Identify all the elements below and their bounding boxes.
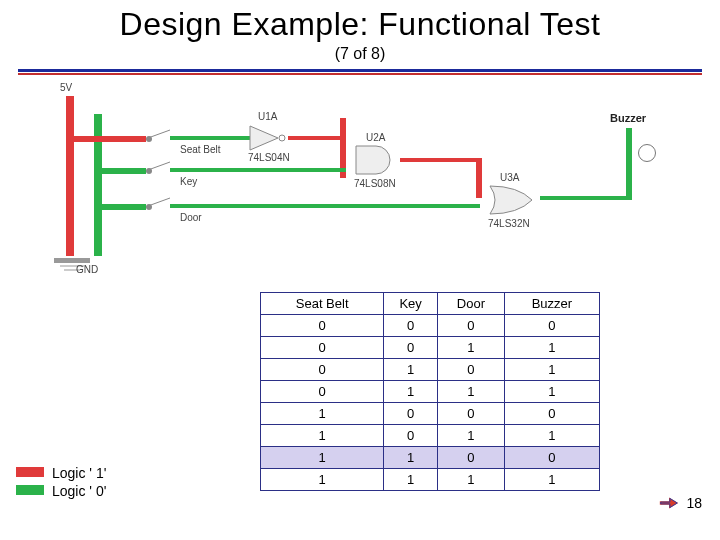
- table-cell: 1: [384, 359, 438, 381]
- node-dot: [146, 168, 152, 174]
- circuit-diagram: 5V GND: [40, 88, 680, 288]
- col-seatbelt: Seat Belt: [261, 293, 384, 315]
- svg-rect-15: [170, 204, 480, 208]
- svg-rect-4: [102, 204, 146, 210]
- node-dot: [146, 136, 152, 142]
- ref-u3a: U3A: [500, 172, 519, 183]
- table-cell: 1: [261, 447, 384, 469]
- table-cell: 1: [437, 381, 504, 403]
- label-seatbelt: Seat Belt: [180, 144, 221, 155]
- table-cell: 0: [261, 359, 384, 381]
- table-cell: 1: [384, 469, 438, 491]
- table-cell: 1: [261, 469, 384, 491]
- table-cell: 0: [437, 447, 504, 469]
- table-cell: 0: [384, 425, 438, 447]
- gate-u3a: [488, 184, 540, 220]
- svg-rect-16: [400, 158, 480, 162]
- node-dot: [146, 204, 152, 210]
- svg-rect-19: [626, 128, 632, 200]
- table-cell: 0: [261, 337, 384, 359]
- table-row: 0000: [261, 315, 600, 337]
- label-buzzer: Buzzer: [610, 112, 646, 124]
- label-door: Door: [180, 212, 202, 223]
- table-cell: 1: [504, 469, 599, 491]
- svg-rect-5: [54, 258, 90, 263]
- table-cell: 0: [384, 337, 438, 359]
- swatch-logic-0: [16, 485, 44, 495]
- table-cell: 0: [504, 447, 599, 469]
- table-cell: 1: [504, 359, 599, 381]
- table-cell: 1: [384, 447, 438, 469]
- svg-marker-22: [660, 498, 678, 509]
- buzzer-symbol: [638, 144, 656, 162]
- ref-u2a: U2A: [366, 132, 385, 143]
- svg-rect-0: [66, 96, 74, 256]
- svg-rect-3: [102, 168, 146, 174]
- title-rule: [18, 69, 702, 75]
- gate-u2a: [354, 144, 402, 180]
- table-cell: 1: [437, 469, 504, 491]
- col-door: Door: [437, 293, 504, 315]
- table-row: 1100: [261, 447, 600, 469]
- table-cell: 0: [437, 359, 504, 381]
- table-cell: 1: [261, 403, 384, 425]
- label-gnd: GND: [76, 264, 98, 275]
- svg-rect-18: [540, 196, 630, 200]
- table-cell: 0: [384, 403, 438, 425]
- table-row: 0011: [261, 337, 600, 359]
- truth-table: Seat Belt Key Door Buzzer 00000011010101…: [260, 292, 600, 491]
- svg-rect-13: [288, 136, 344, 140]
- table-cell: 0: [261, 381, 384, 403]
- svg-marker-20: [250, 126, 278, 150]
- table-row: 1011: [261, 425, 600, 447]
- table-row: 0101: [261, 359, 600, 381]
- col-key: Key: [384, 293, 438, 315]
- table-cell: 1: [437, 337, 504, 359]
- legend: Logic ' 1' Logic ' 0': [16, 465, 106, 501]
- svg-point-21: [279, 135, 285, 141]
- table-cell: 0: [384, 315, 438, 337]
- slide-title: Design Example: Functional Test: [0, 6, 720, 43]
- swatch-logic-1: [16, 467, 44, 477]
- part-u2a: 74LS08N: [354, 178, 396, 189]
- table-cell: 0: [437, 403, 504, 425]
- col-buzzer: Buzzer: [504, 293, 599, 315]
- table-row: 1000: [261, 403, 600, 425]
- slide-subtitle: (7 of 8): [0, 45, 720, 63]
- table-cell: 0: [504, 403, 599, 425]
- legend-logic-0: Logic ' 0': [52, 483, 106, 499]
- page-mark: 18: [658, 492, 702, 514]
- page-number: 18: [686, 495, 702, 511]
- table-cell: 0: [504, 315, 599, 337]
- legend-logic-1: Logic ' 1': [52, 465, 106, 481]
- table-row: 1111: [261, 469, 600, 491]
- part-u1a: 74LS04N: [248, 152, 290, 163]
- svg-rect-11: [170, 136, 250, 140]
- table-cell: 0: [261, 315, 384, 337]
- table-cell: 0: [437, 315, 504, 337]
- label-key: Key: [180, 176, 197, 187]
- table-cell: 1: [504, 337, 599, 359]
- part-u3a: 74LS32N: [488, 218, 530, 229]
- table-cell: 1: [504, 381, 599, 403]
- svg-rect-1: [94, 114, 102, 256]
- table-cell: 1: [384, 381, 438, 403]
- table-cell: 1: [437, 425, 504, 447]
- svg-rect-2: [74, 136, 146, 142]
- arrow-logo-icon: [658, 492, 680, 514]
- ref-u1a: U1A: [258, 111, 277, 122]
- table-cell: 1: [504, 425, 599, 447]
- table-row: 0111: [261, 381, 600, 403]
- label-5v: 5V: [60, 82, 72, 93]
- svg-rect-14: [170, 168, 346, 172]
- svg-rect-17: [476, 158, 482, 198]
- table-cell: 1: [261, 425, 384, 447]
